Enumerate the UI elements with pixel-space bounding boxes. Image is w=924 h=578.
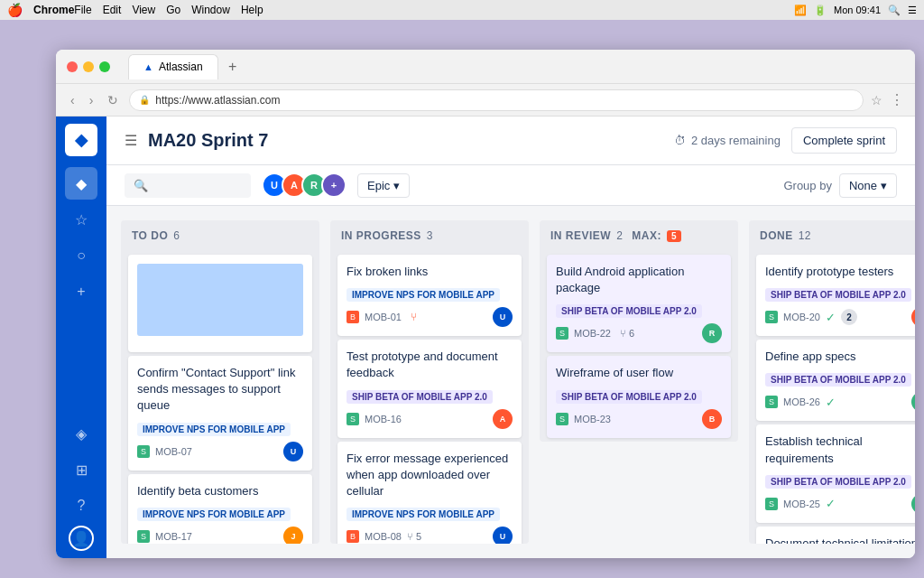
story-type-icon: S	[765, 498, 778, 510]
story-type-icon: S	[765, 311, 778, 323]
group-by-value-button[interactable]: None ▾	[839, 173, 897, 198]
table-row[interactable]: Document technical limitations REDUNDANC…	[756, 527, 915, 544]
card-title: Establish technical requirements	[765, 434, 915, 466]
menu-file[interactable]: File	[74, 4, 91, 16]
column-done-label: DONE	[760, 229, 793, 242]
search-icon[interactable]: 🔍	[888, 5, 901, 16]
menu-help[interactable]: Help	[241, 4, 263, 16]
control-icon[interactable]: ☰	[908, 5, 917, 16]
column-header-inprogress: IN PROGRESS 3	[330, 220, 529, 251]
column-inreview-max-label: MAX:	[632, 229, 661, 242]
table-row[interactable]: Build Android application package SHIP B…	[547, 255, 731, 352]
card-id: MOB-16	[365, 414, 402, 424]
table-row[interactable]: Wireframe of user flow SHIP BETA OF MOBI…	[547, 356, 731, 437]
menubar-right: 📶 🔋 Mon 09:41 🔍 ☰	[794, 5, 917, 16]
complete-sprint-button[interactable]: Complete sprint	[791, 127, 897, 154]
browser-tab-label: Atlassian	[159, 61, 203, 73]
kanban-board: TO DO 6 Confirm "Contact Support" link s…	[106, 206, 915, 558]
menu-window[interactable]: Window	[191, 4, 230, 16]
back-button[interactable]: ‹	[67, 89, 79, 111]
sidebar-item-apps[interactable]: ⊞	[65, 453, 97, 486]
sidebar-item-notifications[interactable]: ◈	[65, 417, 97, 450]
card-id: MOB-26	[783, 396, 820, 407]
card-title: Document technical limitations	[765, 536, 915, 544]
sidebar-item-help[interactable]: ?	[65, 489, 97, 522]
card-epic-label: IMPROVE NPS FOR MOBILE APP	[346, 508, 500, 521]
sprint-timer: ⏱ 2 days remaining	[674, 134, 781, 147]
card-image-placeholder[interactable]	[128, 255, 312, 352]
avatar: U	[493, 527, 513, 544]
sidebar-bottom: ◈ ⊞ ? 👤	[65, 417, 97, 551]
done-check-icon: ✓	[826, 497, 836, 510]
bug-type-icon: B	[346, 311, 359, 323]
sidebar-item-create[interactable]: +	[65, 275, 97, 308]
table-row[interactable]: Fix error message experienced when app d…	[337, 442, 522, 544]
card-footer: S MOB-25 ✓ R	[765, 494, 915, 514]
epic-dropdown-icon: ▾	[393, 179, 400, 192]
card-footer: S MOB-16 A	[346, 409, 513, 429]
wifi-icon: 📶	[794, 5, 807, 16]
bookmark-button[interactable]: ☆	[871, 93, 882, 107]
menu-view[interactable]: View	[132, 4, 155, 16]
board-title: MA20 Sprint 7	[148, 130, 663, 151]
table-row[interactable]: Fix broken links IMPROVE NPS FOR MOBILE …	[337, 255, 522, 336]
avatar-add[interactable]: +	[321, 172, 346, 198]
card-footer: S MOB-17 J	[137, 527, 303, 544]
refresh-button[interactable]: ↻	[104, 89, 122, 111]
minimize-button[interactable]	[83, 61, 94, 72]
lock-icon: 🔒	[139, 95, 150, 105]
card-epic-label: SHIP BETA OF MOBILE APP 2.0	[765, 475, 911, 489]
column-done-count: 12	[799, 229, 811, 242]
epic-filter-button[interactable]: Epic ▾	[357, 173, 410, 198]
story-points: ⑂ 5	[407, 531, 421, 542]
card-title: Define app specs	[765, 349, 915, 365]
avatar: R	[702, 323, 722, 343]
column-inreview: IN REVIEW 2 MAX: 5 Build Android applica…	[540, 220, 738, 442]
sprint-timer-text: 2 days remaining	[691, 134, 781, 147]
atlassian-logo[interactable]: ◆	[65, 124, 97, 156]
sidebar-item-profile[interactable]: 👤	[69, 526, 94, 551]
column-inreview-label: IN REVIEW	[550, 229, 611, 242]
forward-button[interactable]: ›	[86, 89, 97, 111]
column-todo-label: TO DO	[132, 229, 168, 242]
sidebar-item-home[interactable]: ◆	[65, 167, 97, 200]
table-row[interactable]: Identify prototype testers SHIP BETA OF …	[756, 255, 915, 336]
header-right: ⏱ 2 days remaining Complete sprint	[674, 127, 897, 154]
table-row[interactable]: Establish technical requirements SHIP BE…	[756, 424, 915, 522]
card-title: Fix broken links	[346, 264, 513, 280]
hamburger-menu-button[interactable]: ☰	[125, 132, 137, 149]
new-tab-button[interactable]: +	[224, 58, 242, 76]
menu-items: File Edit View Go Window Help	[74, 4, 263, 16]
table-row[interactable]: Test prototype and document feedback SHI…	[337, 340, 522, 437]
sidebar-top: ◆ ◆ ☆ ○ +	[65, 124, 97, 308]
card-footer: S MOB-22 ⑂ 6 R	[556, 323, 722, 343]
table-row[interactable]: Confirm "Contact Support" link sends mes…	[128, 356, 312, 471]
card-id: MOB-01	[365, 312, 402, 322]
close-button[interactable]	[67, 61, 78, 72]
avatar: R	[911, 392, 915, 412]
card-id: MOB-22	[574, 328, 611, 339]
branch-icon: ⑂	[411, 311, 417, 323]
table-row[interactable]: Identify beta customers IMPROVE NPS FOR …	[128, 474, 312, 544]
avatar: R	[911, 494, 915, 514]
menu-edit[interactable]: Edit	[103, 4, 122, 16]
table-row[interactable]: Define app specs SHIP BETA OF MOBILE APP…	[756, 340, 915, 421]
story-type-icon: S	[346, 413, 359, 425]
menu-go[interactable]: Go	[166, 4, 180, 16]
card-id: MOB-07	[155, 446, 192, 457]
card-title: Test prototype and document feedback	[346, 349, 513, 381]
board-toolbar: 🔍 U A R + Epic ▾ Group by None ▾	[106, 165, 915, 206]
avatar: B	[702, 409, 722, 429]
address-bar[interactable]: 🔒 https://www.atlassian.com	[129, 89, 864, 111]
maximize-button[interactable]	[99, 61, 110, 72]
search-box[interactable]: 🔍	[125, 173, 251, 198]
sidebar-item-search[interactable]: ○	[65, 239, 97, 272]
epic-label: Epic	[367, 179, 390, 192]
card-footer: S MOB-23 B	[556, 409, 722, 429]
browser-more-button[interactable]: ⋮	[890, 91, 904, 108]
bug-type-icon: B	[346, 530, 359, 543]
sidebar-item-starred[interactable]: ☆	[65, 203, 97, 236]
column-inprogress-label: IN PROGRESS	[341, 229, 421, 242]
card-footer: B MOB-01 ⑂ U	[346, 307, 513, 327]
browser-tab-atlassian[interactable]: ▲ Atlassian	[128, 54, 218, 79]
